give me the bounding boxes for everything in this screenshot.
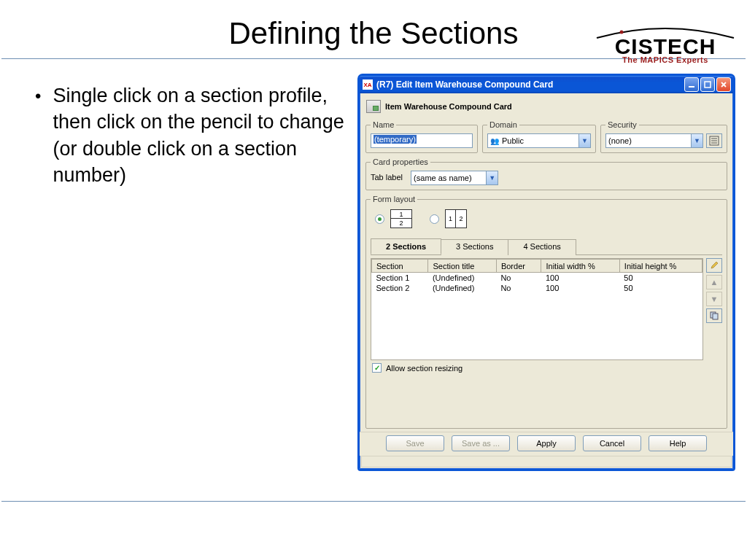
svg-point-0 (620, 31, 624, 34)
footer-divider (1, 501, 746, 502)
chevron-down-icon[interactable]: ▼ (486, 171, 498, 184)
name-label: Name (371, 120, 396, 129)
allow-resize-label: Allow section resizing (386, 364, 462, 373)
layout-stacked-radio[interactable] (375, 214, 384, 224)
pencil-icon (710, 261, 719, 270)
security-label: Security (605, 120, 639, 129)
list-icon (709, 136, 719, 146)
col-section[interactable]: Section (372, 260, 428, 273)
form-layout-label: Form layout (371, 195, 417, 203)
table-row[interactable]: Section 1 (Undefined) No 100 50 (372, 273, 703, 284)
svg-rect-8 (713, 314, 718, 319)
copy-button[interactable] (706, 308, 722, 323)
layout-sidebyside-icon: 12 (445, 209, 467, 228)
col-border[interactable]: Border (496, 260, 541, 273)
security-value: (none) (608, 136, 632, 145)
status-bar (361, 456, 732, 467)
tab-3-sections[interactable]: 3 Sections (441, 239, 508, 255)
app-icon: XA (363, 79, 373, 90)
col-height[interactable]: Initial height % (619, 260, 702, 273)
tab-2-sections[interactable]: 2 Sections (371, 238, 441, 254)
col-title[interactable]: Section title (428, 260, 496, 273)
arrow-up-icon: ▲ (711, 278, 719, 287)
save-button[interactable]: Save (386, 435, 444, 451)
card-header-text: Item Warehouse Compound Card (385, 102, 512, 111)
window-title: (R7) Edit Item Warehouse Compound Card (376, 79, 553, 90)
card-header: Item Warehouse Compound Card (365, 99, 727, 116)
table-row[interactable]: Section 2 (Undefined) No 100 50 (372, 283, 703, 293)
form-layout-fieldset: Form layout 12 12 2 Sections 3 Sections … (365, 195, 727, 429)
sections-grid[interactable]: Section Section title Border Initial wid… (371, 258, 703, 360)
layout-sidebyside-radio[interactable] (430, 214, 439, 224)
brand-logo: CISTECH The MAPICS Experts (592, 26, 738, 64)
button-bar: Save Save as ... Apply Cancel Help (360, 432, 733, 456)
bullet-item: • Single click on a section profile, the… (35, 82, 350, 189)
security-picker-button[interactable] (706, 133, 722, 148)
domain-fieldset: Domain 👥 Public ▼ (482, 120, 596, 153)
move-up-button[interactable]: ▲ (706, 275, 722, 289)
edit-button[interactable] (706, 258, 722, 273)
domain-value: Public (502, 136, 524, 145)
logo-text: CISTECH (592, 38, 738, 55)
titlebar[interactable]: XA (R7) Edit Item Warehouse Compound Car… (360, 76, 733, 93)
copy-icon (710, 311, 719, 320)
layout-stacked-icon: 12 (390, 209, 412, 228)
move-down-button[interactable]: ▼ (706, 292, 722, 306)
minimize-button[interactable] (684, 77, 699, 92)
col-width[interactable]: Initial width % (541, 260, 619, 273)
security-combo[interactable]: (none) ▼ (605, 133, 703, 148)
arrow-down-icon: ▼ (711, 295, 719, 303)
save-icon (366, 100, 381, 113)
allow-resize-checkbox[interactable]: ✓ (372, 363, 382, 373)
help-button[interactable]: Help (649, 435, 707, 451)
name-input[interactable]: (temporary) (371, 133, 473, 148)
tab-4-sections[interactable]: 4 Sections (508, 239, 576, 255)
logo-tagline: The MAPICS Experts (592, 55, 738, 64)
domain-label: Domain (487, 120, 519, 129)
tablabel-label: Tab label (371, 173, 403, 182)
saveas-button[interactable]: Save as ... (452, 435, 510, 451)
apply-button[interactable]: Apply (517, 435, 576, 451)
domain-combo[interactable]: 👥 Public ▼ (487, 133, 591, 148)
people-icon: 👥 (490, 137, 499, 145)
sections-tabstrip: 2 Sections 3 Sections 4 Sections (371, 238, 722, 255)
tablabel-combo[interactable]: (same as name) ▼ (411, 171, 498, 185)
card-properties-label: Card properties (371, 158, 430, 166)
dialog-window: XA (R7) Edit Item Warehouse Compound Car… (357, 74, 735, 471)
chevron-down-icon[interactable]: ▼ (578, 134, 590, 147)
svg-rect-1 (689, 86, 694, 88)
bullet-text: Single click on a section profile, then … (53, 82, 350, 189)
name-fieldset: Name (temporary) (365, 120, 478, 153)
maximize-button[interactable] (700, 77, 715, 92)
chevron-down-icon[interactable]: ▼ (691, 134, 703, 147)
security-fieldset: Security (none) ▼ (600, 120, 727, 153)
svg-rect-2 (705, 82, 711, 88)
tablabel-value: (same as name) (414, 174, 471, 182)
card-properties-fieldset: Card properties Tab label (same as name)… (365, 158, 727, 190)
cancel-button[interactable]: Cancel (583, 435, 641, 451)
bullet-marker: • (35, 82, 41, 189)
close-button[interactable] (716, 77, 731, 92)
